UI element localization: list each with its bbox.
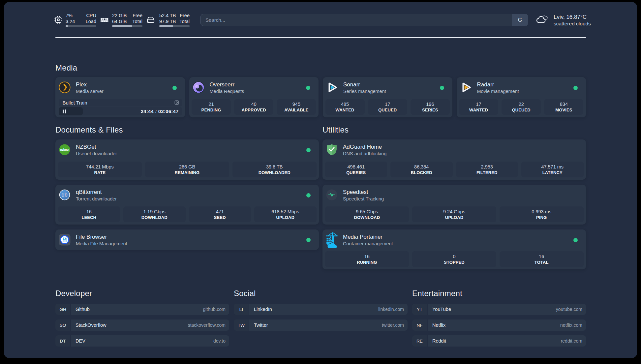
service-card-overseerr[interactable]: Overseerr Media Requests 21PENDING 40APP… [189,77,319,117]
speedtest-icon [326,189,338,201]
progress-fill [112,25,132,27]
disk-progressbar [159,25,190,27]
bookmark-url: youtube.com [556,307,582,312]
stat-sonarr-wanted: 485WANTED [325,99,365,115]
filebrowser-status-dot [306,238,311,242]
bookmark-url: stackoverflow.com [188,322,226,328]
speedtest-name: Speedtest [343,189,368,196]
filebrowser-name: File Browser [76,233,107,241]
service-card-plex[interactable]: Plex Media server Bullet Train 24:44/02:… [55,77,185,117]
overseerr-icon [193,81,204,93]
bookmark-abbr: YT [412,304,427,315]
stat-label: LATENCY [542,170,563,175]
section-title-documents: Documents & Files [55,125,123,135]
search-provider-button[interactable]: G [512,14,528,26]
stat-label: TOTAL [534,260,549,265]
memory-total-value: 64 GiB [112,19,127,25]
bookmark-netflix[interactable]: NF Netflixnetflix.com [412,319,586,331]
stat-tiles: 17WANTED 22QUEUED 834MOVIES [459,99,584,115]
playback-time: 24:44/02:06:47 [141,108,179,114]
section-title-social: Social [234,289,256,298]
stat-label: DOWNLOAD [141,215,168,220]
cpu-label-1: CPU [86,13,96,19]
memory-progressbar [112,25,142,27]
search-provider-label: G [518,17,522,23]
stat-value: 86,384 [414,164,429,170]
overseerr-status-dot [306,86,310,90]
stat-value: 0.993 ms [532,209,551,215]
bookmark-url: reddit.com [561,338,582,344]
bookmark-name: Github [76,307,90,312]
section-title-media: Media [55,63,77,73]
service-card-qbittorrent[interactable]: qb qBittorrent Torrent downloader 16LEEC… [55,185,319,225]
stat-value: 9.65 Gbps [356,209,378,215]
sonarr-status-dot [440,86,444,90]
section-title-entertainment: Entertainment [412,289,462,298]
service-card-sonarr[interactable]: Sonarr Series management 485WANTED 17QUE… [323,77,452,117]
service-card-radarr[interactable]: Radarr Movie management 17WANTED 22QUEUE… [457,77,586,117]
now-playing-title: Bullet Train [59,100,174,106]
nzbget-desc: Usenet downloader [76,151,117,157]
stat-value: 1.19 Gbps [143,209,166,215]
radarr-status-dot [573,86,578,90]
bookmark-stackoverflow[interactable]: SO StackOverflowstackoverflow.com [55,319,229,331]
bookmark-name: Reddit [432,338,446,344]
plex-desc: Media server [76,88,104,94]
bookmark-twitter[interactable]: TW Twittertwitter.com [234,319,408,331]
bookmark-github[interactable]: GH Githubgithub.com [55,304,229,315]
stat-label: QUEUED [512,107,531,113]
video-icon [174,100,179,105]
stat-speedtest-ping: 0.993 msPING [500,206,584,222]
pause-bar [65,109,66,113]
stat-value: 834 [560,101,568,107]
disk-label-1: Free [180,13,190,19]
nzbget-status-dot [306,148,311,152]
bookmark-linkedin[interactable]: LI LinkedInlinkedin.com [234,304,408,315]
stat-value: 16 [86,209,92,215]
service-card-nzbget[interactable]: nzbget NZBGet Usenet downloader 744.21 M… [55,139,319,180]
playback-separator: / [154,109,158,114]
stat-portainer-total: 16TOTAL [500,251,584,267]
service-card-speedtest[interactable]: Speedtest Speedtest Tracking 9.65 GbpsDO… [322,185,586,225]
bookmark-abbr: NF [412,319,427,331]
stat-label: QUEUED [378,107,397,113]
stat-overseerr-pending: 21PENDING [192,99,231,115]
dashboard-panel: 7%CPU 3.24Load 22 GiBFree 64 GiBTotal 52… [4,2,637,358]
weather-cloud-icon [536,14,548,23]
stat-tiles: 485WANTED 17QUEUED 196SERIES [325,99,450,115]
stat-value: 16 [364,254,370,260]
radarr-icon [460,81,472,93]
overseerr-desc: Media Requests [210,88,244,94]
stat-value: 2,953 [481,164,493,170]
stat-tiles: 744.21 MbpsRATE 266 GBREMAINING 39.6 TBD… [58,162,317,177]
service-card-portainer[interactable]: Media Portainer Container management 16R… [322,229,586,269]
stat-value: 17 [385,101,390,107]
bookmark-url: github.com [203,307,226,312]
plex-status-dot [172,86,177,90]
pause-icon[interactable] [63,109,66,113]
stat-value: 21 [209,101,214,107]
search-input[interactable] [201,14,512,26]
stat-label: QUERIES [346,170,366,175]
nzbget-icon: nzbget [59,144,71,156]
service-card-filebrowser[interactable]: File Browser Media File Management [55,229,319,250]
adguard-name: AdGuard Home [343,143,382,151]
bookmark-url: netflix.com [560,322,582,328]
bookmark-youtube[interactable]: YT YouTubeyoutube.com [412,304,586,315]
stat-value: 471 [216,209,224,215]
bookmark-reddit[interactable]: RE Redditreddit.com [412,335,586,347]
stat-label: UPLOAD [445,215,464,220]
stat-portainer-running: 16RUNNING [325,251,409,267]
disk-icon [147,16,155,24]
plex-progressbar[interactable]: 24:44/02:06:47 [59,107,182,115]
progress-fill [159,25,173,27]
service-card-adguard[interactable]: AdGuard Home DNS and adblocking 498,461Q… [322,139,586,180]
portainer-name: Media Portainer [343,233,382,241]
qbittorrent-status-dot [306,193,311,197]
stat-value: 40 [251,101,257,107]
sonarr-icon [326,81,338,93]
bookmark-dev[interactable]: DT DEVdev.to [55,335,229,347]
header-divider [55,37,586,38]
bookmark-abbr: GH [55,304,70,315]
bookmark-name: Netflix [432,322,445,328]
